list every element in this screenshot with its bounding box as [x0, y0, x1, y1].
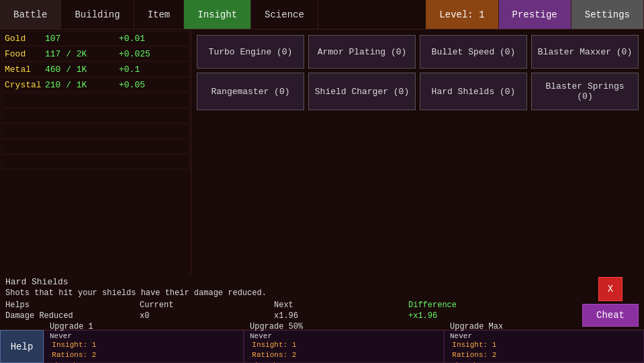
bottom-action-bar: Help Upgrade 1 Never Insight: 1 Rations:…: [0, 329, 644, 363]
upgrade-50-sub: Never: [250, 332, 272, 340]
resource-food: Food 117 / 2K +0.025: [1, 46, 189, 61]
bottom-info-section: Hard Shields Shots that hit your shields…: [0, 274, 644, 329]
top-navigation: Battle Building Item Insight Science Lev…: [0, 0, 644, 30]
info-table-row-0: Damage Reduced x0 x1.96 +x1.96: [5, 311, 582, 321]
resource-gold: Gold 107 +0.01: [1, 31, 189, 46]
resource-gold-value: 107: [45, 34, 119, 44]
resource-metal-value: 460 / 1K: [45, 65, 119, 75]
row-current-0: x0: [140, 311, 274, 321]
upgrade-1-button[interactable]: Upgrade 1 Never Insight: 1 Rations: 2 Ci…: [44, 330, 244, 363]
x-button[interactable]: X: [598, 277, 623, 301]
row-next-0: x1.96: [274, 311, 408, 321]
info-description: Shots that hit your shields have their d…: [5, 288, 582, 298]
upgrade-rangemaster[interactable]: Rangemaster (0): [197, 73, 304, 110]
header-helps: Helps: [5, 300, 140, 310]
upgrade-1-costs: Insight: 1 Rations: 2 Circuits: 6: [50, 340, 99, 363]
header-next: Next: [274, 300, 408, 310]
header-difference: Difference: [408, 300, 543, 310]
upgrade-blaster-springs[interactable]: Blaster Springs (0): [531, 73, 639, 110]
resource-food-label: Food: [5, 49, 45, 59]
resource-empty-3: [1, 124, 189, 138]
upgrade-blaster-maxxer[interactable]: Blaster Maxxer (0): [531, 35, 639, 69]
resource-empty-4: [1, 139, 189, 154]
upgrade-1-cost-1: Rations: 2: [52, 351, 96, 359]
upgrade-shield-charger[interactable]: Shield Charger (0): [308, 73, 416, 110]
resource-empty-2: [1, 108, 189, 123]
upgrade-max-sub: Never: [450, 332, 472, 340]
row-label-0: Damage Reduced: [5, 311, 140, 321]
info-table-header: Helps Current Next Difference: [5, 300, 582, 310]
cheat-button[interactable]: Cheat: [582, 304, 639, 327]
resource-empty-5: [1, 155, 189, 169]
resource-metal: Metal 460 / 1K +0.1: [1, 62, 189, 77]
resource-crystal-rate: +0.05: [119, 80, 173, 90]
tab-building[interactable]: Building: [61, 0, 134, 29]
upgrade-max-cost-0: Insight: 1: [452, 341, 496, 349]
upgrade-turbo-engine[interactable]: Turbo Engine (0): [197, 35, 304, 69]
row-difference-0: +x1.96: [408, 311, 543, 321]
resource-crystal-label: Crystal: [5, 80, 45, 90]
header-current: Current: [140, 300, 274, 310]
resource-gold-label: Gold: [5, 34, 45, 44]
upgrade-50-cost-0: Insight: 1: [252, 341, 296, 349]
upgrade-max-title: Upgrade Max: [450, 322, 503, 331]
prestige-button[interactable]: Prestige: [499, 0, 571, 29]
settings-button[interactable]: Settings: [571, 0, 644, 29]
upgrades-grid: Turbo Engine (0) Armor Plating (0) Bulle…: [197, 35, 639, 110]
upgrade-armor-plating[interactable]: Armor Plating (0): [308, 35, 416, 69]
resource-food-rate: +0.025: [119, 49, 173, 59]
level-indicator: Level: 1: [426, 0, 498, 29]
upgrade-1-title: Upgrade 1: [50, 322, 93, 331]
upgrade-max-button[interactable]: Upgrade Max Never Insight: 1 Rations: 2 …: [444, 330, 644, 363]
upgrade-max-cost-1: Rations: 2: [452, 351, 496, 359]
tab-battle[interactable]: Battle: [0, 0, 61, 29]
resource-food-value: 117 / 2K: [45, 49, 119, 59]
upgrade-50-button[interactable]: Upgrade 50% Never Insight: 1 Rations: 2 …: [244, 330, 444, 363]
upgrade-max-costs: Insight: 1 Rations: 2 Circuits: 6: [450, 340, 499, 363]
tab-insight[interactable]: Insight: [184, 0, 251, 29]
info-title: Hard Shields: [5, 277, 582, 287]
resource-metal-label: Metal: [5, 65, 45, 75]
resource-crystal-value: 210 / 1K: [45, 80, 119, 90]
resource-empty-1: [1, 93, 189, 108]
tab-science[interactable]: Science: [251, 0, 318, 29]
upgrade-50-cost-1: Rations: 2: [252, 351, 296, 359]
nav-spacer: [318, 0, 426, 29]
tab-item[interactable]: Item: [134, 0, 185, 29]
upgrade-1-sub: Never: [50, 332, 72, 340]
upgrade-bullet-speed[interactable]: Bullet Speed (0): [420, 35, 527, 69]
info-content: Hard Shields Shots that hit your shields…: [5, 277, 582, 321]
upgrade-1-cost-0: Insight: 1: [52, 341, 96, 349]
upgrade-50-title: Upgrade 50%: [250, 322, 303, 331]
bottom-right-buttons: X Cheat: [582, 277, 644, 327]
resource-gold-rate: +0.01: [119, 34, 173, 44]
upgrade-50-costs: Insight: 1 Rations: 2 Circuits: 6: [250, 340, 299, 363]
resource-crystal: Crystal 210 / 1K +0.05: [1, 77, 189, 92]
help-button[interactable]: Help: [0, 330, 44, 363]
resource-metal-rate: +0.1: [119, 65, 173, 75]
upgrade-hard-shields[interactable]: Hard Shields (0): [420, 73, 527, 110]
